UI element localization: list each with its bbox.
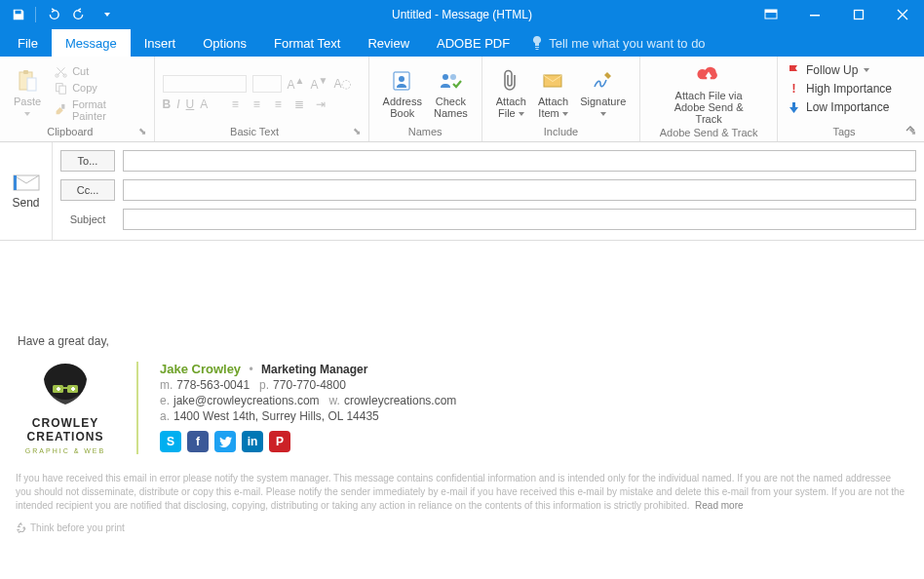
twitter-icon[interactable] [214, 431, 236, 452]
send-button[interactable]: Send [0, 142, 53, 240]
font-size-combo[interactable] [252, 75, 282, 93]
check-names-icon [438, 70, 463, 92]
shrink-font-icon[interactable]: A▼ [311, 75, 328, 92]
group-clipboard: Paste Cut Copy Format Painter Clipboard⬊ [0, 57, 155, 141]
to-button[interactable]: To... [60, 150, 115, 172]
adobe-cloud-icon [696, 64, 721, 86]
collapse-ribbon-button[interactable] [905, 123, 916, 137]
read-more-link[interactable]: Read more [695, 500, 743, 511]
attach-item-button[interactable]: Attach Item [532, 66, 574, 121]
tab-message[interactable]: Message [52, 29, 131, 57]
skype-icon[interactable]: S [160, 431, 181, 452]
postal-address: 1400 West 14th, Surrey Hills, OL 14435 [173, 409, 379, 423]
follow-up-label: Follow Up [806, 63, 858, 77]
mobile-phone: 778-563-0041 [176, 378, 250, 392]
svg-point-13 [399, 76, 404, 82]
svg-point-14 [443, 74, 448, 80]
brush-icon [55, 103, 67, 116]
tell-me-search[interactable]: Tell me what you want to do [523, 29, 705, 57]
tab-adobe-pdf[interactable]: ADOBE PDF [423, 29, 523, 57]
bullets-button[interactable]: ≣ [291, 96, 307, 112]
maximize-icon [853, 9, 865, 20]
subject-field[interactable] [123, 209, 916, 230]
align-right-button[interactable]: ≡ [270, 96, 286, 112]
signature-label: Signature [580, 96, 626, 107]
group-adobe: Attach File via Adobe Send & Track Adobe… [640, 57, 778, 141]
signature-button[interactable]: Signature [574, 66, 632, 121]
eco-text: Think before you print [30, 522, 125, 533]
adobe-send-track-button[interactable]: Attach File via Adobe Send & Track [648, 60, 769, 127]
address-book-button[interactable]: Address Book [377, 66, 428, 121]
linkedin-icon[interactable]: in [242, 431, 263, 452]
sender-name: Jake Crowley [160, 362, 241, 376]
svg-rect-11 [61, 104, 64, 109]
clipboard-dialog-launcher[interactable]: ⬊ [133, 126, 146, 136]
ribbon: Paste Cut Copy Format Painter Clipboard⬊ [0, 57, 924, 142]
flag-icon [788, 64, 800, 77]
save-button[interactable] [6, 3, 31, 26]
signature-divider [136, 362, 138, 454]
high-importance-button[interactable]: ! High Importance [786, 81, 894, 96]
italic-button[interactable]: I [176, 97, 179, 111]
tags-group-label: Tags [832, 126, 855, 137]
clipboard-group-label: Clipboard [47, 126, 93, 137]
minimize-button[interactable] [792, 0, 836, 29]
copy-icon [55, 82, 67, 95]
svg-rect-18 [14, 175, 17, 190]
lightbulb-icon [531, 36, 543, 50]
paste-label: Paste [14, 96, 41, 107]
cut-label: Cut [72, 65, 89, 77]
high-importance-icon: ! [788, 82, 800, 96]
greeting-text: Have a great day, [18, 334, 908, 348]
sender-title: Marketing Manager [261, 363, 367, 376]
tab-options[interactable]: Options [189, 29, 260, 57]
to-field[interactable] [123, 150, 916, 172]
font-family-combo[interactable] [163, 75, 247, 93]
chevron-up-icon [905, 123, 916, 135]
cut-button[interactable]: Cut [51, 64, 145, 79]
message-body[interactable]: Have a great day, CROWLEY CREATIONS GRAP… [0, 241, 924, 543]
facebook-icon[interactable]: f [187, 431, 209, 452]
redo-button[interactable] [67, 3, 93, 26]
maximize-button[interactable] [836, 0, 880, 29]
check-names-button[interactable]: Check Names [428, 66, 474, 121]
paste-button[interactable]: Paste [8, 66, 47, 121]
save-icon [12, 8, 25, 21]
tab-review[interactable]: Review [354, 29, 423, 57]
font-color-button[interactable]: A [200, 97, 208, 111]
cc-button[interactable]: Cc... [60, 179, 115, 201]
underline-button[interactable]: U [186, 97, 195, 111]
cc-field[interactable] [123, 179, 916, 201]
tell-me-label: Tell me what you want to do [549, 36, 705, 51]
group-names: Address Book Check Names Names [369, 57, 482, 141]
attach-file-button[interactable]: Attach File [490, 66, 532, 121]
file-tab[interactable]: File [4, 29, 52, 57]
copy-button[interactable]: Copy [51, 81, 145, 96]
align-center-button[interactable]: ≡ [249, 96, 264, 112]
bold-button[interactable]: B [163, 97, 172, 111]
format-painter-button[interactable]: Format Painter [51, 97, 145, 123]
indent-button[interactable]: ⇥ [313, 96, 328, 112]
undo-button[interactable] [40, 3, 65, 26]
high-importance-label: High Importance [806, 82, 892, 96]
svg-rect-6 [27, 78, 36, 91]
grow-font-icon[interactable]: A▲ [288, 75, 305, 92]
close-button[interactable] [880, 0, 924, 29]
check-names-label: Check Names [434, 96, 468, 119]
follow-up-button[interactable]: Follow Up [786, 62, 894, 78]
align-left-button[interactable]: ≡ [227, 96, 243, 112]
clear-formatting-icon[interactable]: A◌ [333, 77, 351, 91]
address-book-label: Address Book [383, 96, 422, 119]
email-address: jake@crowleycreations.com [173, 394, 320, 407]
qat-customize[interactable] [95, 3, 120, 26]
tab-insert[interactable]: Insert [131, 29, 190, 57]
pinterest-icon[interactable]: P [269, 431, 290, 452]
paste-icon [17, 69, 38, 93]
tab-format-text[interactable]: Format Text [260, 29, 354, 57]
svg-point-15 [450, 74, 456, 80]
low-importance-button[interactable]: Low Importance [786, 99, 894, 115]
svg-rect-21 [63, 387, 67, 389]
ribbon-display-options[interactable] [749, 0, 792, 29]
signature-info: Jake Crowley • Marketing Manager m.778-5… [160, 362, 908, 454]
basic-text-dialog-launcher[interactable]: ⬊ [347, 126, 361, 136]
